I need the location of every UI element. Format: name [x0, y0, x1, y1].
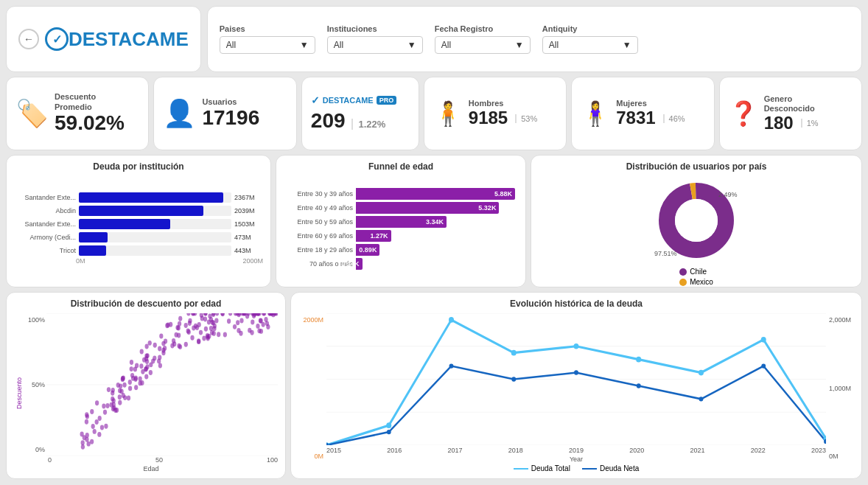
- funnel-bar: 1.27K: [356, 230, 391, 242]
- kpi-genero-value: 180: [764, 114, 794, 133]
- bar-fill: [79, 192, 223, 203]
- scatter-dot: [207, 320, 211, 325]
- scatter-dot: [98, 416, 102, 421]
- kpi-genero-pct: 1%: [801, 119, 819, 128]
- scatter-dot: [184, 323, 188, 328]
- bar-label: Abcdin: [17, 207, 76, 214]
- bar-track: [79, 232, 231, 242]
- funnel-row: Entre 60 y 69 años 1.27K: [287, 230, 515, 242]
- line-chart-inner: 2000M 0M: [298, 313, 854, 463]
- filter-instituciones: Instituciones All ▼: [327, 24, 423, 54]
- bar-row: Armony (Cedi... 473M: [17, 232, 260, 242]
- line-svg: [326, 313, 826, 445]
- pro-text: DESTACAME: [323, 96, 374, 105]
- bar-label: Santander Exte...: [17, 194, 76, 201]
- scatter-dot: [102, 404, 105, 409]
- chevron-down-icon: ▼: [300, 40, 309, 50]
- scatter-dot: [128, 380, 132, 385]
- bar-fill: [79, 219, 170, 229]
- scatter-dot: [158, 346, 161, 351]
- scatter-dot: [95, 419, 99, 425]
- filter-paises-label: Paises: [220, 24, 315, 33]
- scatter-dot: [90, 439, 94, 444]
- scatter-dot: [236, 320, 239, 325]
- bar-value: 2367M: [234, 194, 260, 201]
- funnel-track: 5.88K: [356, 188, 515, 200]
- funnel-chart-card: Funnel de edad Entre 30 y 39 años 5.88K …: [276, 155, 526, 287]
- kpi-descuento: 🏷️ DescuentoPromedio 59.02%: [6, 77, 149, 150]
- filter-instituciones-select[interactable]: All ▼: [327, 36, 423, 54]
- kpi-genero-content: GeneroDesconocido 180 1%: [764, 94, 819, 133]
- scatter-dot: [133, 366, 137, 371]
- legend-deuda-neta: Deuda Neta: [582, 464, 639, 472]
- scatter-inner: Descuento 100% 50% 0%: [14, 313, 278, 472]
- line-card: Evolución histórica de la deuda 2000M 0M: [290, 292, 862, 479]
- deuda-chart-card: Deuda por institución Santander Exte... …: [6, 155, 271, 287]
- filter-fecha-select[interactable]: All ▼: [435, 36, 531, 54]
- scatter-dot: [199, 330, 203, 335]
- funnel-row: Entre 30 y 39 años 5.88K: [287, 188, 515, 200]
- logo-text: DESTACAME: [69, 28, 189, 51]
- filters-card: Paises All ▼ Instituciones All ▼ Fecha R…: [207, 6, 862, 72]
- scatter-dot: [97, 432, 101, 437]
- scatter-dot: [186, 313, 190, 315]
- bar-label: Armony (Cedi...: [17, 234, 76, 241]
- scatter-dot: [141, 369, 144, 374]
- svg-point-29: [761, 363, 766, 368]
- filter-paises-select[interactable]: All ▼: [220, 36, 315, 54]
- filter-instituciones-label: Instituciones: [327, 24, 423, 33]
- deuda-chart-content: Santander Exte... 2367M Abcdin 2039M San…: [14, 176, 263, 281]
- scatter-dot: [186, 328, 190, 333]
- scatter-dot: [81, 444, 85, 450]
- funnel-val: 3.34K: [426, 218, 444, 226]
- back-button[interactable]: ←: [18, 29, 39, 49]
- scatter-dot: [256, 313, 260, 316]
- filter-antiquity-label: Antiquity: [542, 24, 638, 33]
- scatter-dot: [95, 400, 99, 405]
- svg-text:2.49%: 2.49%: [718, 191, 738, 198]
- scatter-dot: [140, 349, 144, 354]
- funnel-track: 5.32K: [356, 202, 515, 214]
- scatter-dot: [139, 380, 142, 385]
- scatter-dot: [184, 342, 188, 347]
- deuda-neta-legend-label: Deuda Neta: [600, 464, 639, 472]
- filter-antiquity-select[interactable]: All ▼: [542, 36, 638, 54]
- scatter-dot: [127, 395, 130, 400]
- scatter-dot: [177, 343, 181, 349]
- scatter-dot: [197, 338, 200, 343]
- charts-row: Deuda por institución Santander Exte... …: [6, 155, 862, 287]
- scatter-dot: [190, 335, 194, 341]
- scatter-dot: [202, 336, 206, 341]
- donut-container: 2.49% 97.51% Chile Mexico: [539, 176, 854, 286]
- scatter-dot: [130, 373, 134, 378]
- funnel-track: 0.89K: [356, 244, 515, 256]
- scatter-dot: [209, 326, 213, 331]
- scatter-dot: [170, 343, 174, 349]
- funnel-track: 3.34K: [356, 216, 515, 228]
- svg-point-27: [637, 383, 641, 388]
- scatter-dot: [165, 323, 169, 328]
- scatter-dot: [139, 363, 143, 369]
- male-icon: 🧍: [433, 100, 463, 128]
- bar-value: 473M: [234, 234, 260, 241]
- svg-point-20: [761, 337, 766, 343]
- scatter-dot: [215, 313, 219, 315]
- kpi-descuento-content: DescuentoPromedio 59.02%: [55, 92, 125, 134]
- legend-deuda-total: Deuda Total: [514, 464, 570, 472]
- kpi-pro: ✓ DESTACAME PRO 209 1.22%: [301, 77, 419, 150]
- scatter-dot: [233, 324, 237, 329]
- scatter-dot: [251, 320, 254, 325]
- scatter-dot: [122, 375, 125, 380]
- deuda-bar-axis: 0M 2000M: [14, 257, 263, 265]
- bar-label: Tricot: [17, 247, 76, 254]
- scatter-dot: [130, 366, 133, 371]
- kpi-mujeres-value: 7831: [616, 108, 655, 128]
- tag-icon: 🏷️: [15, 98, 49, 129]
- scatter-dot: [262, 322, 265, 327]
- kpi-mujeres-pct: 46%: [663, 114, 685, 123]
- scatter-dot: [111, 388, 115, 393]
- scatter-y-axis: Descuento: [14, 313, 24, 472]
- logo-check-icon: ✓: [45, 27, 69, 51]
- funnel-bar: 5.32K: [356, 202, 499, 214]
- y-axis-right: 2,000M 1,000M 0M: [826, 313, 854, 463]
